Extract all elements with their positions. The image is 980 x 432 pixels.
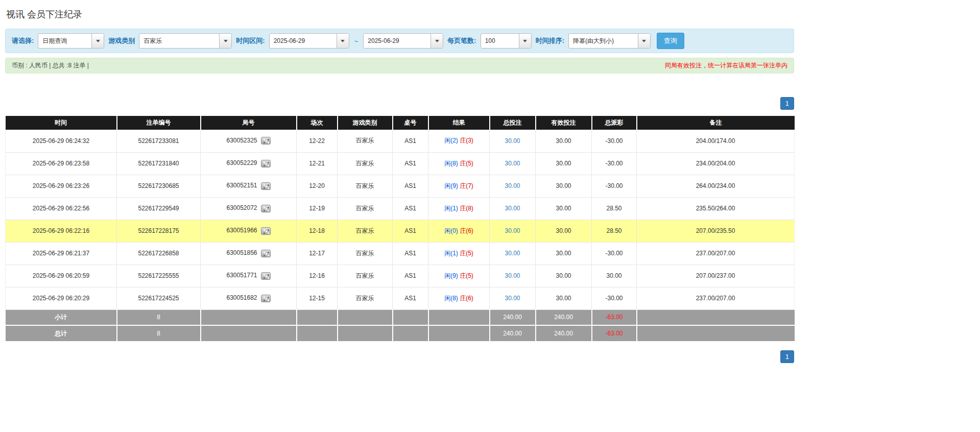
cell-result: 闲(8) 庄(5) (428, 152, 490, 175)
caret-down-icon[interactable] (219, 34, 231, 48)
cell-total-bet: 30.00 (490, 242, 536, 265)
page-title: 视讯 会员下注纪录 (6, 8, 795, 20)
date-range-separator: ~ (353, 37, 360, 45)
date-from-value: 2025-06-29 (270, 37, 337, 44)
total-bet-link[interactable]: 30.00 (505, 182, 520, 189)
cell-remark: 204.00/174.00 (637, 130, 795, 152)
cell-round-no: 630052325 (201, 130, 297, 152)
dice-icon[interactable] (261, 250, 271, 257)
total-bet-link[interactable]: 30.00 (505, 160, 520, 167)
result-player: 闲(1) (444, 250, 458, 257)
cell-payout: -30.00 (592, 175, 637, 197)
game-type-label: 游戏类别 (108, 36, 135, 45)
page-button-1[interactable]: 1 (780, 97, 794, 110)
total-bet-link[interactable]: 30.00 (505, 137, 520, 145)
total-bet-link[interactable]: 30.00 (505, 295, 520, 302)
cell-total-bet: 30.00 (490, 197, 536, 220)
game-type-value: 百家乐 (139, 37, 219, 45)
subtotal-label: 小计 (6, 309, 117, 325)
cell-remark: 264.00/234.00 (637, 175, 795, 197)
cell-remark: 237.00/207.00 (637, 287, 795, 309)
date-from-select[interactable]: 2025-06-29 (269, 33, 349, 49)
sort-select[interactable]: 降幂(由大到小) (568, 33, 651, 49)
cell-round-no: 630051771 (201, 265, 297, 287)
cell-round-no: 630052072 (201, 197, 297, 220)
caret-down-icon[interactable] (337, 34, 349, 48)
date-to-select[interactable]: 2025-06-29 (363, 33, 443, 49)
cell-payout: -30.00 (592, 287, 637, 309)
cell-payout: 28.50 (592, 220, 637, 242)
result-banker: 庄(5) (460, 272, 473, 279)
cell-game-type: 百家乐 (338, 152, 393, 175)
cell-bet-no: 522617230685 (117, 175, 201, 197)
query-type-label: 请选择: (12, 36, 34, 45)
cell-game-type: 百家乐 (338, 265, 393, 287)
cell-session: 12-21 (297, 152, 338, 175)
caret-down-icon[interactable] (431, 34, 443, 48)
cell-session: 12-20 (297, 175, 338, 197)
cell-time: 2025-06-29 06:23:58 (6, 152, 117, 175)
cell-result: 闲(9) 庄(7) (428, 175, 490, 197)
col-header-round-no: 局号 (201, 116, 297, 130)
page-button-1[interactable]: 1 (780, 350, 794, 363)
cell-table-no: AS1 (393, 287, 428, 309)
cell-table-no: AS1 (393, 220, 428, 242)
round-no-value: 630051966 (226, 227, 257, 234)
cell-payout: 28.50 (592, 197, 637, 220)
dice-icon[interactable] (261, 272, 271, 280)
total-bet-link[interactable]: 30.00 (505, 250, 520, 257)
cell-game-type: 百家乐 (338, 220, 393, 242)
caret-down-icon[interactable] (638, 34, 650, 48)
subtotal-total-bet: 240.00 (490, 309, 536, 325)
dice-icon[interactable] (261, 205, 271, 212)
query-type-select[interactable]: 日期查询 (38, 33, 104, 49)
search-button[interactable]: 查询 (657, 33, 684, 49)
cell-valid-bet: 30.00 (536, 130, 592, 152)
cell-valid-bet: 30.00 (536, 287, 592, 309)
table-row: 2025-06-29 06:22:56 522617229549 6300520… (6, 197, 795, 220)
result-player: 闲(8) (444, 295, 458, 302)
page-size-select[interactable]: 100 (481, 33, 532, 49)
cell-total-bet: 30.00 (490, 152, 536, 175)
cell-valid-bet: 30.00 (536, 175, 592, 197)
subtotal-row: 小计 8 240.00 240.00 -63.00 (6, 309, 795, 325)
dice-icon[interactable] (261, 137, 271, 145)
result-player: 闲(2) (444, 137, 458, 144)
cell-remark: 235.50/264.00 (637, 197, 795, 220)
cell-result: 闲(1) 庄(8) (428, 197, 490, 220)
cell-payout: -30.00 (592, 242, 637, 265)
cell-session: 12-18 (297, 220, 338, 242)
cell-result: 闲(8) 庄(6) (428, 287, 490, 309)
cell-result: 闲(0) 庄(6) (428, 220, 490, 242)
round-no-value: 630051682 (226, 294, 257, 301)
dice-icon[interactable] (261, 227, 271, 235)
dice-icon[interactable] (261, 182, 271, 190)
pagination-bottom: 1 (5, 350, 794, 363)
table-row: 2025-06-29 06:23:26 522617230685 6300521… (6, 175, 795, 197)
cell-round-no: 630051682 (201, 287, 297, 309)
cell-bet-no: 522617229549 (117, 197, 201, 220)
cell-round-no: 630051856 (201, 242, 297, 265)
game-type-select[interactable]: 百家乐 (139, 33, 232, 49)
caret-down-icon[interactable] (519, 34, 531, 48)
cell-round-no: 630052151 (201, 175, 297, 197)
table-body: 2025-06-29 06:24:32 522617233081 6300523… (6, 130, 795, 309)
total-bet-link[interactable]: 30.00 (505, 272, 520, 279)
dice-icon[interactable] (261, 295, 271, 302)
cell-session: 12-19 (297, 197, 338, 220)
cell-game-type: 百家乐 (338, 197, 393, 220)
total-bet-link[interactable]: 30.00 (505, 205, 520, 212)
cell-table-no: AS1 (393, 152, 428, 175)
cell-time: 2025-06-29 06:22:56 (6, 197, 117, 220)
table-footer: 小计 8 240.00 240.00 -63.00 总计 8 (6, 309, 795, 341)
round-no-value: 630052072 (226, 204, 257, 211)
dice-icon[interactable] (261, 160, 271, 167)
grand-total-row: 总计 8 240.00 240.00 -63.00 (6, 325, 795, 341)
total-bet-link[interactable]: 30.00 (505, 227, 520, 234)
round-no-value: 630051771 (226, 272, 257, 279)
result-banker: 庄(5) (460, 250, 473, 257)
cell-total-bet: 30.00 (490, 175, 536, 197)
caret-down-icon[interactable] (91, 34, 104, 48)
cell-payout: -30.00 (592, 152, 637, 175)
result-player: 闲(8) (444, 160, 458, 167)
